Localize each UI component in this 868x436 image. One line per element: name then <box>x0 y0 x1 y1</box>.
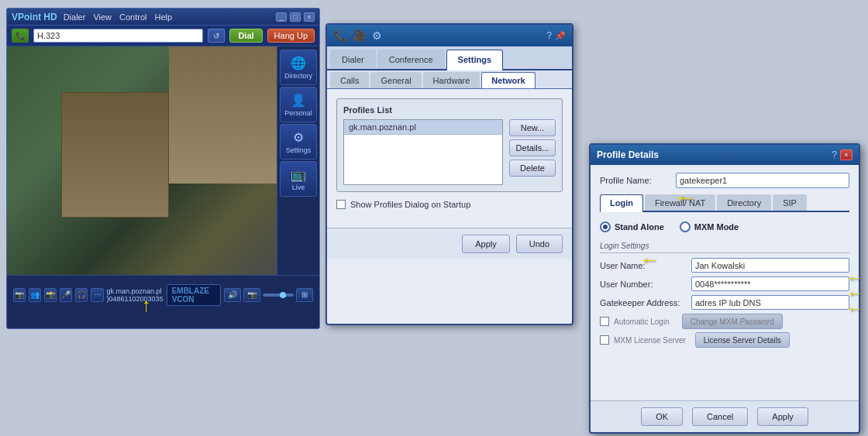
apply-button[interactable]: Apply <box>462 235 510 253</box>
menu-dialer[interactable]: Dialer <box>64 12 86 22</box>
subtab-calls[interactable]: Calls <box>330 72 369 88</box>
conf-icon: 🎥 <box>353 29 366 42</box>
status-area: gk.man.poznan.pl )04861102003035 <box>107 287 164 303</box>
profile-name-label: Profile Name: <box>600 176 670 185</box>
details-button[interactable]: Details... <box>509 139 556 156</box>
dialog-controls: ? 📌 <box>546 30 566 41</box>
dial-button[interactable]: Dial <box>229 29 262 43</box>
standalone-radio[interactable] <box>600 221 611 232</box>
settings-icon: ⚙ <box>293 130 304 145</box>
maximize-button[interactable]: □ <box>290 12 301 22</box>
login-settings-label: Login Settings <box>600 242 849 253</box>
user-number-input[interactable] <box>691 276 849 291</box>
menu-help[interactable]: Help <box>155 12 173 22</box>
undo-button[interactable]: Undo <box>516 235 563 253</box>
subtab-network[interactable]: Network <box>481 72 535 88</box>
pd-tab-firewall[interactable]: Firewall/ NAT <box>645 194 715 211</box>
pd-tab-sip[interactable]: SIP <box>773 194 807 211</box>
list-item[interactable]: gk.man.poznan.pl <box>344 120 502 135</box>
profile-name-input[interactable] <box>676 173 849 188</box>
gatekeeper-input[interactable] <box>691 295 849 310</box>
pin-icon[interactable]: 📌 <box>555 31 566 41</box>
mxm-mode-label: MXM Mode <box>694 222 739 232</box>
auto-login-checkbox[interactable] <box>600 317 609 326</box>
profiles-group: Profiles List gk.man.poznan.pl New... De… <box>336 98 563 192</box>
video-preview: Local Video <box>7 46 277 275</box>
toolbar-directory-label: Directory <box>284 72 312 80</box>
app-logo: VPoint HD <box>12 12 57 22</box>
profile-details-dialog: Profile Details ? × Profile Name: Login … <box>589 143 860 434</box>
close-button[interactable]: × <box>304 12 315 22</box>
mxm-mode-option[interactable]: MXM Mode <box>680 221 739 232</box>
tab-settings[interactable]: Settings <box>446 50 503 70</box>
help-icon[interactable]: ? <box>546 30 552 41</box>
volume-slider[interactable] <box>263 294 294 297</box>
change-mxm-button[interactable]: Change MXM Password <box>682 314 783 329</box>
cancel-button[interactable]: Cancel <box>692 407 748 426</box>
standalone-option[interactable]: Stand Alone <box>600 221 664 232</box>
mode-selection-row: Stand Alone MXM Mode <box>600 218 849 235</box>
camera2-icon[interactable]: 📷 <box>243 288 260 302</box>
mxm-license-label: MXM License Server <box>614 336 686 345</box>
menu-control[interactable]: Control <box>119 12 146 22</box>
ok-button[interactable]: OK <box>641 407 683 426</box>
delete-button[interactable]: Delete <box>509 160 556 177</box>
profile-details-content: Profile Name: Login Firewall/ NAT Direct… <box>591 165 859 359</box>
tab-conference[interactable]: Conference <box>377 50 445 69</box>
hangup-button[interactable]: Hang Up <box>267 29 315 43</box>
settings-sub-tabs: Calls General Hardware Network <box>327 70 572 89</box>
gatekeeper-row: Gatekeeper Address: <box>600 295 849 310</box>
address-bar: 📞 ↺ Dial Hang Up <box>7 26 319 46</box>
pd-tab-directory[interactable]: Directory <box>717 194 771 211</box>
profile-details-header: Profile Details ? × <box>591 145 859 165</box>
profile-name-row: Profile Name: <box>600 173 849 188</box>
toolbar-live[interactable]: 📺 Live <box>280 161 317 197</box>
profiles-buttons: New... Details... Delete <box>509 119 556 185</box>
camera-icon[interactable]: 📷 <box>13 288 26 302</box>
toolbar-directory[interactable]: 🌐 Directory <box>280 50 317 85</box>
pd-apply-button[interactable]: Apply <box>757 407 808 426</box>
profile-details-title: Profile Details <box>597 149 659 160</box>
new-profile-button[interactable]: New... <box>509 119 556 136</box>
tab-dialer[interactable]: Dialer <box>330 50 376 69</box>
settings-dialog-header: 📞 🎥 ⚙ ? 📌 <box>327 25 572 46</box>
pd-tab-login[interactable]: Login <box>600 194 643 212</box>
address-input[interactable] <box>33 29 203 43</box>
people-icon[interactable]: 👥 <box>29 288 41 302</box>
main-app-window: VPoint HD Dialer View Control Help _ □ ×… <box>6 8 320 329</box>
user-name-input[interactable] <box>691 258 849 273</box>
toolbar-personal[interactable]: 👤 Personal <box>280 87 317 122</box>
profile-tabs: Login Firewall/ NAT Directory SIP <box>600 194 849 212</box>
headset-icon[interactable]: 🎧 <box>75 288 88 302</box>
window-controls: _ □ × <box>276 12 315 22</box>
profiles-list[interactable]: gk.man.poznan.pl <box>343 119 503 185</box>
expand-icon[interactable]: ⊞ <box>296 288 313 302</box>
toolbar-settings-label: Settings <box>286 146 312 154</box>
live-icon: 📺 <box>291 167 306 182</box>
mxm-license-checkbox[interactable] <box>600 335 609 345</box>
video-feed <box>7 46 277 275</box>
profile-details-footer: OK Cancel Apply <box>591 400 859 432</box>
brand-badge: EMBLAZE VCON <box>167 284 221 306</box>
volume-icon[interactable]: 🔊 <box>224 288 241 302</box>
minimize-button[interactable]: _ <box>276 12 287 22</box>
settings-footer: Apply Undo <box>327 228 572 259</box>
standalone-label: Stand Alone <box>615 222 664 232</box>
toolbar-settings[interactable]: ⚙ Settings <box>280 124 317 160</box>
user-number-label: User Number: <box>600 280 685 289</box>
subtab-hardware[interactable]: Hardware <box>423 72 480 88</box>
subtab-general[interactable]: General <box>370 72 421 88</box>
show-profiles-checkbox[interactable] <box>336 200 346 209</box>
menu-bar: Dialer View Control Help <box>64 12 172 22</box>
snapshot-icon[interactable]: 📸 <box>44 288 57 302</box>
pd-help-icon[interactable]: ? <box>832 149 837 160</box>
pd-close-button[interactable]: × <box>840 149 852 160</box>
gk-address: gk.man.poznan.pl <box>107 287 162 295</box>
refresh-button[interactable]: ↺ <box>208 29 225 43</box>
mic-icon[interactable]: 🎤 <box>60 288 72 302</box>
license-server-button[interactable]: License Server Details <box>695 332 790 348</box>
menu-view[interactable]: View <box>93 12 112 22</box>
more-icon[interactable]: ⋯ <box>91 288 103 302</box>
toolbar-live-label: Live <box>292 184 305 191</box>
mxm-radio[interactable] <box>680 221 691 232</box>
